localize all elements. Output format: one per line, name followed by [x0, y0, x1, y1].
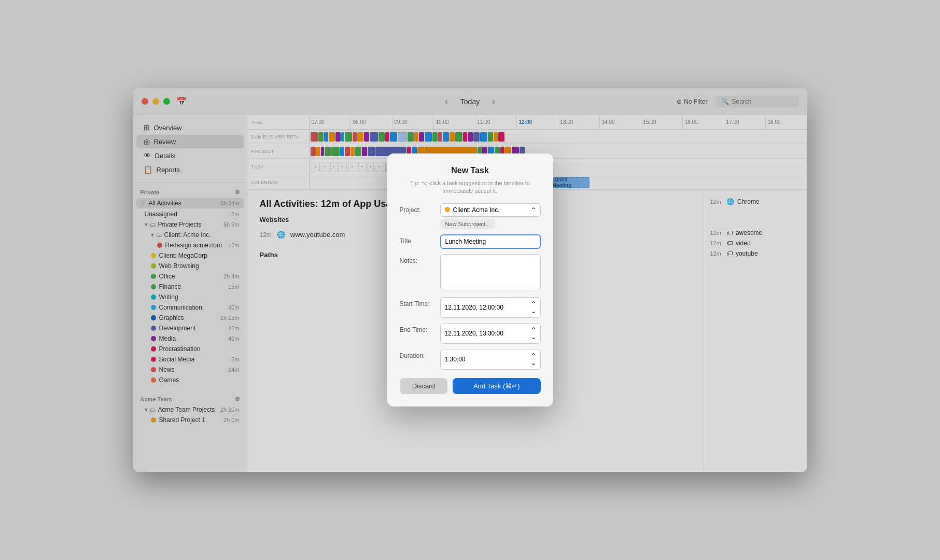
modal-duration-field: Duration: 1:30:00 ⌃⌄ — [400, 349, 541, 370]
modal-start-time-field: Start Time: 12.11.2020, 12:00:00 ⌃⌄ — [400, 297, 541, 318]
modal-notes-label: Notes: — [400, 254, 436, 264]
new-subproject-button[interactable]: New Subproject... — [440, 219, 496, 229]
modal-start-time-label: Start Time: — [400, 297, 436, 307]
modal-title-input[interactable] — [440, 234, 541, 249]
modal-notes-field: Notes: — [400, 254, 541, 292]
stepper-icon-end: ⌃⌄ — [531, 326, 536, 341]
modal-title: New Task — [400, 166, 541, 175]
modal-project-select[interactable]: Client: Acme Inc. ⌃ — [440, 203, 541, 217]
modal-title-field: Title: — [400, 234, 541, 249]
modal-tip: Tip: ⌥-click a task suggestion in the ti… — [400, 179, 541, 195]
select-arrow-icon: ⌃ — [531, 206, 536, 214]
modal-project-wrap: Client: Acme Inc. ⌃ New Subproject... — [440, 203, 541, 229]
modal-start-time-wrap: 12.11.2020, 12:00:00 ⌃⌄ — [440, 297, 541, 318]
modal-duration-wrap: 1:30:00 ⌃⌄ — [440, 349, 541, 370]
modal-title-label: Title: — [400, 234, 436, 245]
stepper-icon-start: ⌃⌄ — [531, 300, 536, 315]
modal-end-time-field: End Time: 12.11.2020, 13:30:00 ⌃⌄ — [400, 323, 541, 344]
modal-project-label: Project: — [400, 203, 436, 214]
modal-start-time-input[interactable]: 12.11.2020, 12:00:00 ⌃⌄ — [440, 297, 541, 318]
add-task-button[interactable]: Add Task (⌘↵) — [453, 378, 540, 394]
new-task-modal: New Task Tip: ⌥-click a task suggestion … — [387, 153, 553, 407]
modal-end-time-input[interactable]: 12.11.2020, 13:30:00 ⌃⌄ — [440, 323, 541, 344]
discard-button[interactable]: Discard — [400, 378, 448, 394]
modal-overlay: New Task Tip: ⌥-click a task suggestion … — [133, 88, 807, 472]
modal-notes-wrap — [440, 254, 541, 292]
modal-duration-label: Duration: — [400, 349, 436, 359]
main-window: 📅 ‹ Today › ⊘ No Filter 🔍 ⊞ Overview — [133, 88, 807, 472]
modal-end-time-wrap: 12.11.2020, 13:30:00 ⌃⌄ — [440, 323, 541, 344]
modal-actions: Discard Add Task (⌘↵) — [400, 378, 541, 394]
modal-duration-input[interactable]: 1:30:00 ⌃⌄ — [440, 349, 541, 370]
modal-project-field: Project: Client: Acme Inc. ⌃ New Subproj… — [400, 203, 541, 229]
modal-notes-input[interactable] — [440, 254, 541, 290]
modal-end-time-label: End Time: — [400, 323, 436, 333]
modal-title-wrap — [440, 234, 541, 249]
stepper-icon-duration: ⌃⌄ — [531, 352, 536, 367]
